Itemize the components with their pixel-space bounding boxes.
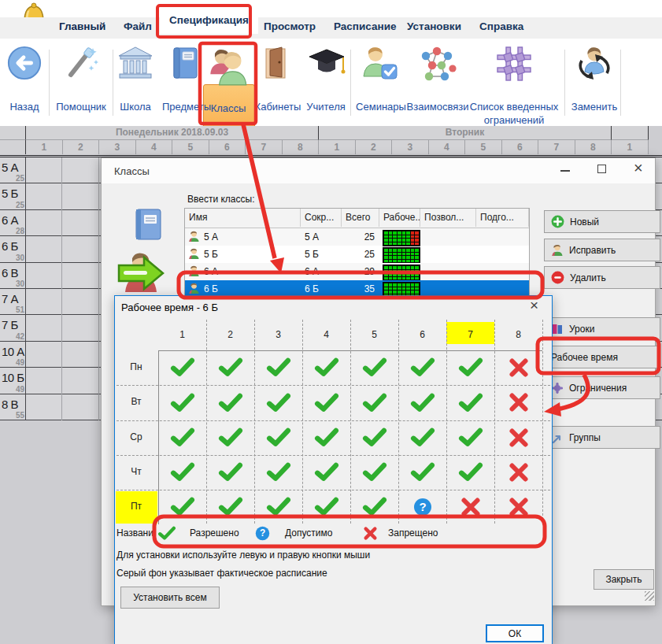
worktime-cell-yes[interactable] <box>458 393 483 416</box>
worktime-cell-yes[interactable] <box>218 357 243 381</box>
teachers-button[interactable] <box>307 45 346 81</box>
worktime-cell-no[interactable] <box>509 427 529 451</box>
worktime-period-header-2[interactable]: 2 <box>206 326 254 343</box>
worktime-cell-yes[interactable] <box>218 393 243 416</box>
worktime-cell-yes[interactable] <box>218 462 243 486</box>
menu-item-2[interactable]: Файл <box>124 20 152 32</box>
worktime-period-header-3[interactable]: 3 <box>254 326 302 343</box>
column-header-5[interactable]: Позвол... <box>420 209 476 227</box>
worktime-period-header-8[interactable]: 8 <box>494 326 542 343</box>
column-header-2[interactable]: Сокр... <box>301 209 342 227</box>
worktime-cell-yes[interactable] <box>410 357 435 381</box>
constraints-button[interactable]: Ограничения <box>544 376 660 399</box>
set-all-button[interactable]: Установить всем <box>120 587 220 609</box>
menu-item-3[interactable]: Спецификация <box>160 7 258 34</box>
worktime-cell-no[interactable] <box>509 462 529 486</box>
toolbar-label-6[interactable]: Кабинеты <box>255 101 301 113</box>
worktime-cell-yes[interactable] <box>314 393 339 416</box>
table-row[interactable]: 5 Б5 Б25 <box>185 246 529 263</box>
menu-item-4[interactable]: Просмотр <box>264 20 316 32</box>
toolbar-label-5[interactable]: Классы <box>211 102 246 114</box>
worktime-period-header-1[interactable]: 1 <box>158 326 206 343</box>
worktime-cell-yes[interactable] <box>410 427 435 451</box>
menu-item-7[interactable]: Справка <box>479 20 523 32</box>
delete-button[interactable]: Удалить <box>544 266 660 289</box>
maximize-icon[interactable] <box>597 165 606 173</box>
constraints-list-button[interactable] <box>494 45 534 83</box>
resize-grip[interactable] <box>645 591 654 601</box>
worktime-cell-yes[interactable] <box>362 497 387 520</box>
worktime-cell-yes[interactable] <box>266 427 291 451</box>
worktime-cell-yes[interactable] <box>170 357 195 381</box>
worktime-cell-yes[interactable] <box>314 497 339 520</box>
worktime-cell-yes[interactable] <box>362 357 387 381</box>
classes-table[interactable]: ИмяСокр...ВсегоРабоче...Позвол...Подго..… <box>184 208 530 298</box>
worktime-cell-no[interactable] <box>509 392 529 416</box>
classes-table-header[interactable]: ИмяСокр...ВсегоРабоче...Позвол...Подго..… <box>185 209 529 228</box>
toolbar-label-3[interactable]: Школа <box>120 101 151 113</box>
groups-button[interactable]: Группы <box>544 426 660 449</box>
worktime-day-label-2[interactable]: Вт <box>115 396 157 407</box>
worktime-cell-yes[interactable] <box>170 393 195 416</box>
worktime-cell-no[interactable] <box>460 497 481 520</box>
worktime-cell-yes[interactable] <box>266 462 291 486</box>
worktime-dialog-titlebar[interactable]: Рабочее время - 6 Б × <box>115 296 552 318</box>
worktime-cell-yes[interactable] <box>266 497 291 520</box>
toolbar-label-10[interactable]: Список введенных <box>470 101 559 113</box>
worktime-period-header-7[interactable]: 7 <box>446 326 494 343</box>
classes-button[interactable] <box>206 46 250 86</box>
toolbar-label-9[interactable]: Взаимосвязи <box>407 101 469 113</box>
worktime-cell-yes[interactable] <box>170 462 195 486</box>
subjects-button[interactable] <box>167 45 203 81</box>
worktime-cell-yes[interactable] <box>266 357 291 381</box>
column-header-1[interactable]: Имя <box>185 209 301 227</box>
menu-item-5[interactable]: Расписание <box>334 20 396 32</box>
rooms-button[interactable] <box>258 45 294 81</box>
worktime-cell-yes[interactable] <box>458 357 483 381</box>
worktime-cell-yes[interactable] <box>458 462 483 486</box>
column-header-3[interactable]: Всего <box>342 209 379 227</box>
table-row[interactable]: 5 А5 А25 <box>185 228 529 246</box>
close-button[interactable]: Закрыть <box>594 569 654 590</box>
close-icon[interactable]: × <box>530 297 538 314</box>
toolbar-label-8[interactable]: Семинары <box>356 101 406 113</box>
toolbar-label-10[interactable]: ограничений <box>484 114 545 126</box>
worktime-cell-yes[interactable] <box>314 357 339 381</box>
worktime-cell-yes[interactable] <box>362 427 387 451</box>
worktime-cell-yes[interactable] <box>314 427 339 451</box>
worktime-day-label-1[interactable]: Пн <box>115 361 157 372</box>
worktime-cell-no[interactable] <box>509 497 529 520</box>
toolbar-label-2[interactable]: Помощник <box>56 101 106 113</box>
worktime-cell-yes[interactable] <box>170 497 195 520</box>
worktime-cell-yes[interactable] <box>410 462 435 486</box>
worktime-cell-yes[interactable] <box>362 462 387 486</box>
worktime-period-header-4[interactable]: 4 <box>302 326 350 343</box>
ok-button[interactable]: ОК <box>486 624 544 642</box>
worktime-period-header-5[interactable]: 5 <box>350 326 398 343</box>
classes-table-body[interactable]: 5 А5 А255 Б5 Б256 А6 А296 Б6 Б35 <box>185 228 529 298</box>
worktime-cell-yes[interactable] <box>458 427 483 451</box>
toolbar-label-1[interactable]: Назад <box>9 101 39 113</box>
worktime-cell-yes[interactable] <box>218 497 243 520</box>
worktime-cell-yes[interactable] <box>362 393 387 416</box>
column-header-4[interactable]: Рабоче... <box>379 209 420 227</box>
substitute-button[interactable] <box>575 45 614 83</box>
worktime-cell-yes[interactable] <box>218 427 243 451</box>
minimize-icon[interactable] <box>560 170 570 172</box>
new-button[interactable]: Новый <box>544 210 660 233</box>
edit-button[interactable]: Исправить <box>544 239 660 261</box>
worktime-cell-yes[interactable] <box>314 462 339 486</box>
worktime-cell-yes[interactable] <box>170 427 195 451</box>
toolbar-label-11[interactable]: Заменить <box>571 101 617 113</box>
classes-dialog-titlebar[interactable]: Классы × <box>102 158 655 183</box>
table-row[interactable]: 6 А6 А29 <box>185 263 529 280</box>
menu-item-1[interactable]: Главный <box>59 20 105 32</box>
worktime-button[interactable]: Рабочее время <box>544 346 660 368</box>
worktime-day-label-4[interactable]: Чт <box>115 466 157 477</box>
worktime-period-header-6[interactable]: 6 <box>398 326 446 343</box>
seminars-button[interactable] <box>361 45 400 81</box>
close-icon[interactable]: × <box>634 159 643 177</box>
worktime-cell-maybe[interactable]: ? <box>413 498 432 520</box>
worktime-cell-no[interactable] <box>509 357 529 381</box>
worktime-cell-yes[interactable] <box>410 393 435 416</box>
